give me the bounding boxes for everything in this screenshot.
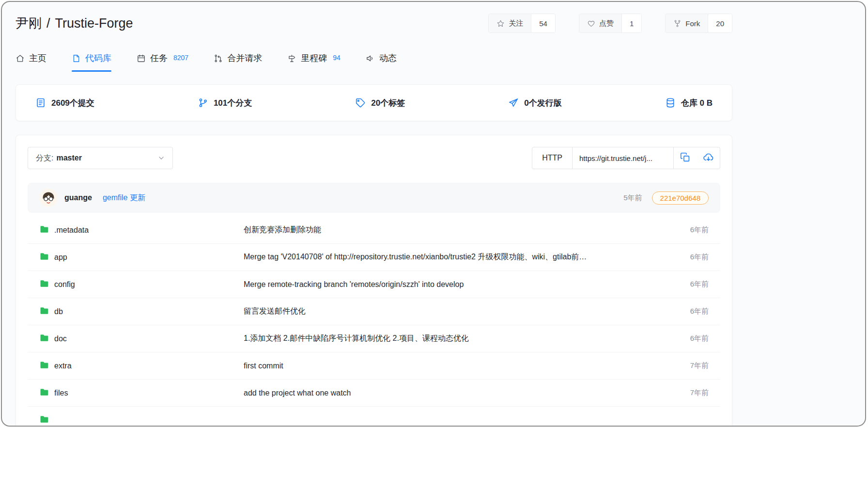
repo-tabs: 主页 代码库 任务 8207 合并请求 [16, 52, 732, 72]
file-time: 7年前 [690, 361, 709, 370]
repo-header: 尹刚 / Trustie-Forge 关注 54 [16, 2, 732, 33]
tab-milestones[interactable]: 里程碑 94 [287, 52, 341, 72]
file-name[interactable]: db [54, 307, 63, 316]
file-name-cell[interactable]: .metadata [39, 224, 244, 236]
file-name-cell[interactable]: doc [39, 333, 244, 345]
file-row[interactable]: app Merge tag 'V20140708' of http://repo… [28, 244, 720, 271]
fork-label: Fork [685, 19, 700, 28]
stat-label: 仓库 0 B [681, 97, 713, 109]
stat-repo-size[interactable]: 仓库 0 B [665, 97, 713, 109]
file-message[interactable]: add the project what one watch [244, 389, 690, 398]
folder-icon [39, 414, 49, 426]
file-message[interactable]: 留言发送邮件优化 [244, 306, 690, 317]
star-icon [496, 19, 505, 28]
repository-card: 分支: master HTTP https://git.trustie.net/… [16, 135, 732, 427]
file-message[interactable]: first commit [244, 362, 690, 370]
watch-button[interactable]: 关注 54 [488, 14, 556, 33]
file-name[interactable]: files [54, 389, 68, 398]
folder-icon [39, 360, 49, 372]
commits-icon [35, 97, 46, 108]
file-row[interactable]: db 留言发送邮件优化 6年前 [28, 298, 720, 325]
commit-author[interactable]: guange [64, 193, 92, 202]
clone-url-input[interactable]: https://git.trustie.net/j... [573, 147, 673, 169]
tag-icon [355, 97, 366, 108]
stat-label: 2609个提交 [51, 97, 94, 109]
protocol-button[interactable]: HTTP [532, 147, 573, 169]
file-row[interactable]: config Merge remote-tracking branch 'rem… [28, 271, 720, 298]
folder-icon [39, 306, 49, 318]
file-row[interactable]: extra first commit 7年前 [28, 352, 720, 380]
tab-label: 主页 [29, 52, 46, 64]
tab-label: 动态 [379, 52, 397, 64]
file-row[interactable]: files add the project what one watch 7年前 [28, 380, 720, 407]
file-message[interactable]: 创新竞赛添加删除功能 [244, 225, 690, 235]
merge-icon [214, 54, 223, 63]
file-row[interactable]: .metadata 创新竞赛添加删除功能 6年前 [28, 217, 720, 244]
fork-icon [673, 19, 682, 28]
file-message[interactable]: Merge tag 'V20140708' of http://reposito… [244, 252, 690, 262]
folder-icon [39, 387, 49, 399]
header-actions: 关注 54 点赞 1 [488, 14, 732, 33]
browser-window: 尹刚 / Trustie-Forge 关注 54 [1, 1, 866, 427]
watch-count[interactable]: 54 [531, 14, 555, 32]
praise-button[interactable]: 点赞 1 [579, 14, 642, 33]
file-name-cell[interactable]: extra [39, 360, 244, 372]
file-name-cell[interactable]: config [39, 279, 244, 290]
copy-icon [680, 152, 690, 164]
commit-hash-badge[interactable]: 221e70d648 [652, 191, 709, 205]
tab-label: 任务 [150, 52, 168, 64]
file-name[interactable]: config [54, 280, 75, 289]
activity-icon [366, 54, 375, 63]
file-name-cell[interactable]: db [39, 306, 244, 318]
file-message[interactable]: 1.添加文档 2.邮件中缺陷序号计算机制优化 2.项目、课程动态优化 [244, 334, 690, 344]
repo-owner-link[interactable]: 尹刚 [16, 15, 42, 32]
stat-releases[interactable]: 0个发行版 [508, 97, 561, 109]
repo-toolbar: 分支: master HTTP https://git.trustie.net/… [28, 147, 720, 169]
commit-message-link[interactable]: gemfile 更新 [103, 193, 145, 203]
file-row-partial[interactable] [28, 407, 720, 427]
file-name[interactable]: doc [54, 334, 67, 343]
praise-button-main[interactable]: 点赞 [579, 14, 621, 32]
file-message[interactable]: Merge remote-tracking branch 'remotes/or… [244, 280, 690, 289]
tab-label: 合并请求 [227, 52, 262, 64]
download-repo-button[interactable] [697, 147, 720, 169]
stat-label: 20个标签 [371, 97, 405, 109]
copy-url-button[interactable] [673, 147, 697, 169]
fork-button-main[interactable]: Fork [666, 14, 708, 32]
file-name[interactable]: app [54, 253, 67, 262]
tab-activity[interactable]: 动态 [366, 52, 397, 72]
fork-count[interactable]: 20 [708, 14, 732, 32]
branch-selector[interactable]: 分支: master [28, 147, 173, 169]
file-time: 6年前 [690, 334, 709, 343]
praise-count[interactable]: 1 [621, 14, 641, 32]
branch-icon [198, 97, 208, 108]
tab-merge-requests[interactable]: 合并请求 [214, 52, 262, 72]
watch-button-main[interactable]: 关注 [489, 14, 531, 32]
branch-value: master [56, 154, 81, 162]
file-row[interactable]: doc 1.添加文档 2.邮件中缺陷序号计算机制优化 2.项目、课程动态优化 6… [28, 325, 720, 352]
tab-home[interactable]: 主页 [16, 52, 46, 72]
file-name[interactable]: extra [54, 362, 72, 370]
tab-tasks[interactable]: 任务 8207 [137, 52, 188, 72]
stat-branches[interactable]: 101个分支 [198, 97, 252, 109]
stat-commits[interactable]: 2609个提交 [35, 97, 94, 109]
file-time: 7年前 [690, 388, 709, 398]
folder-icon [39, 333, 49, 345]
file-time: 6年前 [690, 225, 709, 235]
chevron-down-icon [158, 155, 165, 161]
stat-tags[interactable]: 20个标签 [355, 97, 405, 109]
tab-repository[interactable]: 代码库 [72, 52, 111, 72]
title-separator: / [46, 16, 50, 31]
file-name-cell[interactable]: files [39, 387, 244, 399]
avatar[interactable] [39, 189, 58, 207]
file-name[interactable]: .metadata [54, 226, 89, 235]
folder-icon [39, 224, 49, 236]
repo-name[interactable]: Trustie-Forge [55, 16, 133, 31]
tab-label: 代码库 [85, 52, 111, 64]
tab-label: 里程碑 [301, 52, 327, 64]
tab-badge: 8207 [173, 54, 188, 62]
stat-label: 101个分支 [214, 97, 252, 109]
file-name-cell[interactable]: app [39, 252, 244, 263]
home-icon [16, 54, 25, 63]
fork-button[interactable]: Fork 20 [665, 14, 732, 33]
